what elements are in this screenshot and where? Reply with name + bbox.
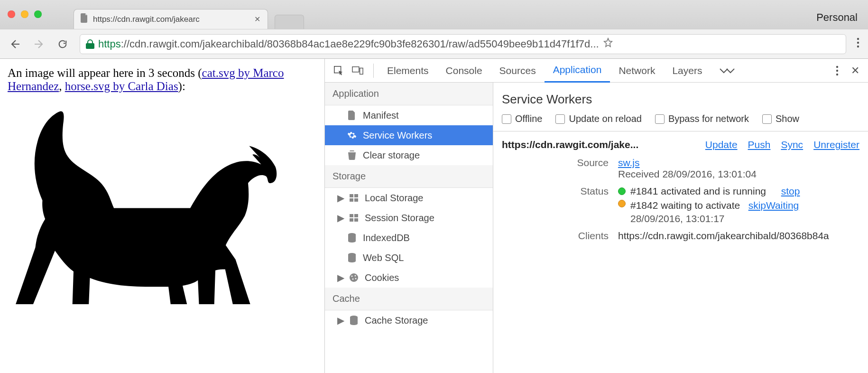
sw-update-link[interactable]: Update	[705, 139, 738, 150]
document-icon	[347, 110, 357, 121]
reload-button[interactable]	[56, 37, 69, 51]
profile-label[interactable]: Personal	[816, 11, 858, 24]
bookmark-star-icon[interactable]	[603, 37, 613, 51]
page-text: ):	[178, 80, 185, 93]
sw-opt-show-all[interactable]: Show	[762, 113, 799, 124]
url-rest: ://cdn.rawgit.com/jakearchibald/80368b84…	[121, 38, 599, 50]
tab-close-button[interactable]: ✕	[253, 16, 261, 23]
sw-registration-header: https://cdn.rawgit.com/jake... Update Pu…	[493, 131, 868, 154]
zoom-window-button[interactable]	[34, 10, 42, 18]
sidebar-item-clear-storage[interactable]: Clear storage	[325, 145, 493, 165]
svg-rect-4	[352, 66, 359, 72]
sw-clients-value: https://cdn.rawgit.com/jakearchibald/803…	[618, 230, 859, 242]
sidebar-item-cookies[interactable]: ▶ Cookies	[325, 268, 493, 288]
sidebar-item-websql[interactable]: Web SQL	[325, 248, 493, 268]
address-bar[interactable]: https ://cdn.rawgit.com/jakearchibald/80…	[80, 34, 846, 54]
sw-status-label: Status	[502, 186, 618, 197]
tab-overflow[interactable]	[711, 59, 744, 83]
sidebar-item-label: Web SQL	[363, 252, 404, 263]
sw-push-link[interactable]: Push	[748, 139, 771, 150]
device-toggle-icon[interactable]	[350, 63, 366, 79]
tab-application[interactable]: Application	[545, 59, 610, 83]
sidebar-item-local-storage[interactable]: ▶ Local Storage	[325, 188, 493, 208]
sw-source-link[interactable]: sw.js	[618, 157, 640, 168]
tab-network[interactable]: Network	[610, 59, 664, 83]
sidebar-group-storage: Storage	[325, 165, 493, 188]
expand-arrow-icon[interactable]: ▶	[337, 212, 343, 224]
sw-clients-row: Clients https://cdn.rawgit.com/jakearchi…	[493, 227, 868, 244]
trash-icon	[347, 150, 357, 160]
sidebar-item-label: Session Storage	[365, 213, 434, 224]
tabs-row: https://cdn.rawgit.com/jakearc ✕	[74, 9, 304, 29]
sidebar-item-label: Manifest	[363, 110, 399, 121]
panel-title: Service Workers	[493, 89, 868, 113]
svg-point-0	[857, 38, 859, 40]
checkbox-label: Update on reload	[569, 113, 641, 124]
database-icon	[349, 315, 359, 326]
sw-waiting-time: 28/09/2016, 13:01:17	[630, 213, 799, 224]
link-horse-svg[interactable]: horse.svg by Carla Dias	[65, 80, 178, 93]
sidebar-item-label: Service Workers	[363, 130, 432, 141]
forward-button[interactable]	[32, 37, 46, 51]
inspect-element-icon[interactable]	[331, 63, 347, 79]
svg-point-1	[857, 42, 859, 44]
browser-tab-strip: https://cdn.rawgit.com/jakearc ✕ Persona…	[0, 0, 868, 29]
sidebar-group-cache: Cache	[325, 288, 493, 310]
sidebar-group-application: Application	[325, 83, 493, 105]
sw-skipwaiting-link[interactable]: skipWaiting	[748, 200, 799, 211]
sidebar-item-label: Cookies	[365, 272, 399, 283]
sw-status-active-text: #1841 activated and is running	[630, 186, 766, 197]
expand-arrow-icon[interactable]: ▶	[337, 192, 343, 204]
svg-rect-10	[354, 194, 358, 197]
application-sidebar: Application Manifest Service Workers Cle…	[325, 83, 493, 373]
sw-opt-offline[interactable]: Offline	[502, 113, 542, 124]
chrome-menu-button[interactable]	[857, 37, 859, 50]
tab-console[interactable]: Console	[437, 59, 491, 83]
sw-options-row: Offline Update on reload Bypass for netw…	[493, 113, 868, 131]
page-text: ,	[59, 80, 65, 93]
file-icon	[81, 13, 88, 25]
sidebar-item-service-workers[interactable]: Service Workers	[325, 125, 493, 145]
close-window-button[interactable]	[8, 10, 15, 18]
sw-unregister-link[interactable]: Unregister	[813, 139, 859, 150]
expand-arrow-icon[interactable]: ▶	[337, 272, 343, 283]
devtools-close-icon[interactable]: ✕	[848, 64, 862, 78]
database-icon	[347, 233, 357, 243]
checkbox-icon	[762, 114, 772, 124]
checkbox-icon	[502, 114, 511, 124]
new-tab-button[interactable]	[275, 15, 304, 29]
expand-arrow-icon[interactable]: ▶	[337, 315, 343, 326]
sidebar-item-manifest[interactable]: Manifest	[325, 105, 493, 125]
sw-opt-update-on-reload[interactable]: Update on reload	[555, 113, 641, 124]
tab-elements[interactable]: Elements	[379, 59, 437, 83]
table-icon	[349, 193, 359, 203]
minimize-window-button[interactable]	[21, 10, 28, 18]
content-split: An image will appear here in 3 seconds (…	[0, 59, 868, 373]
page-viewport: An image will appear here in 3 seconds (…	[0, 59, 325, 373]
sidebar-item-label: Cache Storage	[365, 315, 428, 326]
checkbox-label: Show	[776, 113, 799, 124]
sidebar-item-session-storage[interactable]: ▶ Session Storage	[325, 208, 493, 228]
toolbar: https ://cdn.rawgit.com/jakearchibald/80…	[0, 29, 868, 59]
tab-sources[interactable]: Sources	[491, 59, 545, 83]
lock-icon	[86, 39, 94, 49]
devtools-menu-icon[interactable]	[830, 64, 844, 78]
sw-sync-link[interactable]: Sync	[781, 139, 803, 150]
service-workers-panel: Service Workers Offline Update on reload…	[493, 83, 868, 373]
sw-scope: https://cdn.rawgit.com/jake...	[502, 139, 638, 150]
status-dot-waiting-icon	[618, 200, 626, 207]
svg-point-7	[836, 69, 838, 71]
cat-image	[8, 97, 317, 318]
svg-point-23	[355, 278, 357, 280]
svg-rect-12	[354, 198, 358, 202]
browser-tab[interactable]: https://cdn.rawgit.com/jakearc ✕	[74, 9, 268, 29]
sidebar-item-indexeddb[interactable]: IndexedDB	[325, 228, 493, 248]
svg-rect-14	[354, 214, 358, 217]
sidebar-item-cache-storage[interactable]: ▶ Cache Storage	[325, 310, 493, 330]
back-button[interactable]	[9, 37, 22, 51]
svg-rect-16	[354, 218, 358, 222]
sw-stop-link[interactable]: stop	[781, 186, 800, 197]
tab-layers[interactable]: Layers	[664, 59, 711, 83]
sw-opt-bypass[interactable]: Bypass for network	[655, 113, 749, 124]
checkbox-label: Offline	[515, 113, 542, 124]
